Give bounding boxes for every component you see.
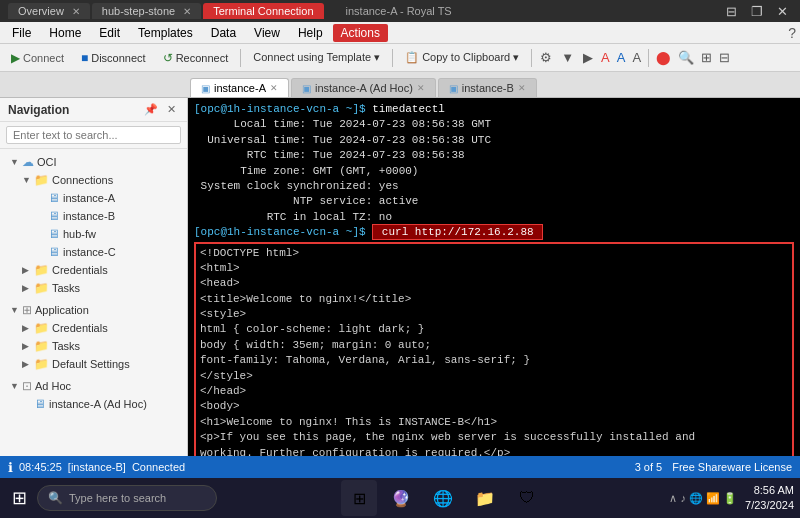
menu-data[interactable]: Data (203, 24, 244, 42)
maximize-button[interactable]: ❐ (747, 4, 767, 19)
tree-arrow-credentials: ▶ (22, 265, 34, 275)
tree-item-instance-a[interactable]: 🖥 instance-A (0, 189, 187, 207)
terminal-line-9: [opc@1h-instance-vcn-a ~]$ curl http://1… (194, 225, 794, 240)
taskbar-app-shield[interactable]: 🛡 (509, 480, 545, 516)
terminal-red-border-box: <!DOCTYPE html> <html> <head> <title>Wel… (194, 242, 794, 456)
cloud-icon: ☁ (22, 155, 34, 169)
help-icon[interactable]: ? (788, 25, 796, 41)
cmd-1: timedatectl (372, 103, 445, 115)
copy-clipboard-label: Copy to Clipboard ▾ (422, 51, 519, 64)
connect-template-button[interactable]: Connect using Template ▾ (246, 47, 387, 69)
title-tab-overview[interactable]: Overview ✕ (8, 3, 90, 19)
title-tab-terminal[interactable]: Terminal Connection (203, 3, 323, 19)
reconnect-button[interactable]: ↺ Reconnect (156, 47, 236, 69)
tree-item-credentials[interactable]: ▶ 📁 Credentials (0, 261, 187, 279)
terminal-line-3: Universal time: Tue 2024-07-23 08:56:38 … (194, 133, 794, 148)
toolbar-icon-1[interactable]: ⚙ (537, 50, 555, 65)
connect-button[interactable]: ▶ Connect (4, 47, 71, 69)
nav-title: Navigation (8, 103, 69, 117)
toolbar-grid-icon[interactable]: ⊞ (699, 50, 714, 65)
menu-edit[interactable]: Edit (91, 24, 128, 42)
toolbar-icon-c[interactable]: A (630, 50, 643, 65)
status-session: [instance-B] (68, 461, 126, 473)
terminal-html-2: <html> (200, 261, 788, 276)
toolbar-sep-3 (531, 49, 532, 67)
tree-item-instance-b[interactable]: 🖥 instance-B (0, 207, 187, 225)
minimize-button[interactable]: ⊟ (722, 4, 741, 19)
terminal-html-3: <head> (200, 276, 788, 291)
menu-file[interactable]: File (4, 24, 39, 42)
prompt-1: [opc@1h-instance-vcn-a ~]$ (194, 103, 366, 115)
tree-label-adhoc: Ad Hoc (35, 380, 71, 392)
window-title: instance-A - Royal TS (326, 5, 718, 17)
tree-item-application[interactable]: ▼ ⊞ Application (0, 301, 187, 319)
toolbar-icon-2[interactable]: ▼ (558, 50, 577, 65)
menu-actions[interactable]: Actions (333, 24, 388, 42)
tree-item-app-credentials[interactable]: ▶ 📁 Credentials (0, 319, 187, 337)
close-button[interactable]: ✕ (773, 4, 792, 19)
nav-tree: ▼ ☁ OCI ▼ 📁 Connections 🖥 instance-A (0, 149, 187, 456)
toolbar-stop-icon[interactable]: ⬤ (654, 50, 673, 65)
tree-item-instance-c[interactable]: 🖥 instance-C (0, 243, 187, 261)
terminal-line-7: NTP service: active (194, 194, 794, 209)
server-instance-b-icon: 🖥 (48, 209, 60, 223)
taskbar-app-files[interactable]: 📁 (467, 480, 503, 516)
nav-close-button[interactable]: ✕ (164, 102, 179, 117)
tree-item-adhoc[interactable]: ▼ ⊡ Ad Hoc (0, 377, 187, 395)
toolbar-icon-b[interactable]: A (615, 50, 628, 65)
session-tab-close-adhoc[interactable]: ✕ (417, 83, 425, 93)
tree-item-tasks-oci[interactable]: ▶ 📁 Tasks (0, 279, 187, 297)
tab-close-icon[interactable]: ✕ (72, 6, 80, 17)
nav-pin-button[interactable]: 📌 (141, 102, 161, 117)
menu-home[interactable]: Home (41, 24, 89, 42)
nav-actions: 📌 ✕ (141, 102, 179, 117)
start-button[interactable]: ⊞ (6, 483, 33, 513)
tab-close-icon[interactable]: ✕ (183, 6, 191, 17)
session-tab-close-b[interactable]: ✕ (518, 83, 526, 93)
taskbar-search[interactable]: 🔍 Type here to search (37, 485, 217, 511)
tree-item-hub-fw[interactable]: 🖥 hub-fw (0, 225, 187, 243)
tree-arrow-app-credentials: ▶ (22, 323, 34, 333)
app-icon: ⊞ (22, 303, 32, 317)
server-instance-a-icon: 🖥 (48, 191, 60, 205)
session-tab-instance-a-adhoc[interactable]: ▣ instance-A (Ad Hoc) ✕ (291, 78, 436, 97)
session-tab-close[interactable]: ✕ (270, 83, 278, 93)
menu-templates[interactable]: Templates (130, 24, 201, 42)
toolbar-icon-3[interactable]: ▶ (580, 50, 596, 65)
copy-clipboard-button[interactable]: 📋 Copy to Clipboard ▾ (398, 47, 526, 69)
folder-connections-icon: 📁 (34, 173, 49, 187)
menu-view[interactable]: View (246, 24, 288, 42)
session-tab-instance-a[interactable]: ▣ instance-A ✕ (190, 78, 289, 97)
toolbar-icon-a[interactable]: A (599, 50, 612, 65)
tree-item-app-tasks[interactable]: ▶ 📁 Tasks (0, 337, 187, 355)
curl-cmd-highlight: curl http://172.16.2.88 (372, 224, 543, 240)
status-bar: ℹ 08:45:25 [instance-B] Connected 3 of 5… (0, 456, 800, 478)
tree-item-oci[interactable]: ▼ ☁ OCI (0, 153, 187, 171)
server-adhoc-icon: 🖥 (34, 397, 46, 411)
terminal-line-6: System clock synchronized: yes (194, 179, 794, 194)
tree-item-default-settings[interactable]: ▶ 📁 Default Settings (0, 355, 187, 373)
terminal-area[interactable]: [opc@1h-instance-vcn-a ~]$ timedatectl L… (188, 98, 800, 456)
terminal-content[interactable]: [opc@1h-instance-vcn-a ~]$ timedatectl L… (188, 98, 800, 456)
menu-help[interactable]: Help (290, 24, 331, 42)
toolbar-split-icon[interactable]: ⊟ (717, 50, 732, 65)
server-hub-fw-icon: 🖥 (48, 227, 60, 241)
taskbar-app-cortana[interactable]: 🔮 (383, 480, 419, 516)
disconnect-button[interactable]: ■ Disconnect (74, 47, 153, 69)
taskbar-app-edge[interactable]: 🌐 (425, 480, 461, 516)
title-tab-hub[interactable]: hub-step-stone ✕ (92, 3, 201, 19)
tree-label-instance-a: instance-A (63, 192, 115, 204)
taskbar-app-explorer[interactable]: ⊞ (341, 480, 377, 516)
toolbar: ▶ Connect ■ Disconnect ↺ Reconnect Conne… (0, 44, 800, 72)
tree-item-instance-a-adhoc[interactable]: 🖥 instance-A (Ad Hoc) (0, 395, 187, 413)
terminal-line-1: [opc@1h-instance-vcn-a ~]$ timedatectl (194, 102, 794, 117)
status-right: 3 of 5 Free Shareware License (635, 461, 792, 473)
tree-item-connections[interactable]: ▼ 📁 Connections (0, 171, 187, 189)
terminal-line-4: RTC time: Tue 2024-07-23 08:56:38 (194, 148, 794, 163)
folder-default-icon: 📁 (34, 357, 49, 371)
tree-arrow-application: ▼ (10, 305, 22, 315)
session-tab-instance-b[interactable]: ▣ instance-B ✕ (438, 78, 537, 97)
toolbar-search-icon[interactable]: 🔍 (676, 50, 696, 65)
terminal-line-8: RTC in local TZ: no (194, 210, 794, 225)
nav-search-input[interactable] (6, 126, 181, 144)
